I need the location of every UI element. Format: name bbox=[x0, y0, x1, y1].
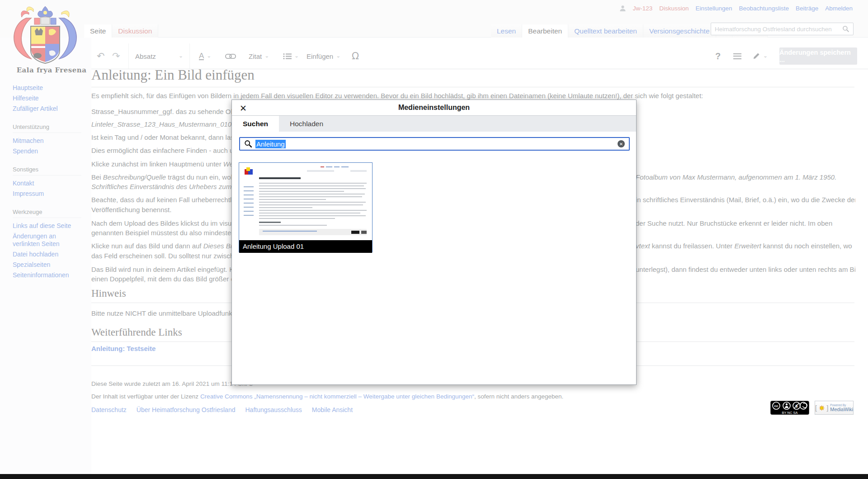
sidebar-item-mitmachen[interactable]: Mitmachen bbox=[13, 137, 81, 145]
tab-versionsgeschichte[interactable]: Versionsgeschichte bbox=[643, 24, 716, 38]
search-result-thumbnail[interactable]: Anleitung Upload 01 bbox=[239, 162, 373, 252]
personal-bar: Jw-123DiskussionEinstellungenBeobachtung… bbox=[619, 5, 853, 12]
footer-link-datenschutz[interactable]: Datenschutz bbox=[91, 406, 127, 413]
thumb-detail bbox=[244, 207, 254, 208]
body-text-fragment: das Feld erscheinen soll. Du solltest nu… bbox=[91, 252, 241, 260]
tab-label: Quelltext bearbeiten bbox=[574, 27, 637, 35]
body-text-fragment: Veröffentlichung benennst. bbox=[91, 206, 171, 213]
license-link[interactable]: Creative Commons „Namensnennung – nicht … bbox=[200, 393, 474, 400]
wiki-logo[interactable]: Eala frya Fresena bbox=[6, 5, 84, 71]
tab-lesen[interactable]: Lesen bbox=[491, 24, 522, 38]
pencil-icon bbox=[752, 52, 760, 60]
site-search-placeholder: Heimatforschung Ostfriesland durchsuchen bbox=[715, 26, 842, 33]
search-icon[interactable] bbox=[842, 25, 849, 33]
bottom-black-bar bbox=[0, 474, 868, 479]
cite-dropdown[interactable]: Zitat⌄ bbox=[249, 43, 269, 69]
personal-link[interactable]: Beobachtungsliste bbox=[739, 5, 789, 12]
body-text-fragment: Linteler_Strasse_123_Haus_Mustermann_010… bbox=[91, 120, 243, 128]
thumb-detail bbox=[259, 222, 281, 223]
chevron-down-icon: ⌄ bbox=[336, 53, 340, 58]
tab-quelltext-bearbeiten[interactable]: Quelltext bearbeiten bbox=[568, 24, 643, 38]
save-changes-button[interactable]: Änderungen speichern ... bbox=[779, 47, 857, 65]
sidebar-item-spezialseiten[interactable]: Spezialseiten bbox=[13, 261, 81, 269]
thumb-detail bbox=[244, 199, 254, 199]
redo-button[interactable]: ↷ bbox=[112, 43, 120, 69]
bracket-left: [ bbox=[815, 404, 817, 412]
personal-username-link[interactable]: Jw-123 bbox=[633, 5, 653, 12]
thumb-detail bbox=[361, 231, 367, 234]
media-search-input[interactable]: Anleitung ✕ bbox=[239, 137, 630, 151]
insert-dropdown[interactable]: Einfügen⌄ bbox=[307, 43, 340, 69]
close-icon[interactable]: ✕ bbox=[237, 102, 249, 114]
namespace-tabs: SeiteDiskussion bbox=[84, 24, 158, 38]
link-button[interactable] bbox=[225, 43, 236, 69]
body-text-fragment: Strasse_Hausnummer_ggf. das zu sehende O… bbox=[91, 108, 240, 115]
dialog-tab-hochladen[interactable]: Hochladen bbox=[279, 116, 334, 132]
thumb-detail bbox=[259, 188, 366, 189]
tab-label: Bearbeiten bbox=[528, 27, 562, 35]
thumb-detail bbox=[259, 199, 326, 200]
dialog-tab-suchen[interactable]: Suchen bbox=[232, 116, 279, 132]
footer-link--ber-heimatforschung-ostfriesland[interactable]: Über Heimatforschung Ostfriesland bbox=[137, 406, 236, 413]
cc-by-nc-sa-badge[interactable]: cc $ BY NC SA bbox=[770, 401, 809, 415]
thumb-detail bbox=[259, 207, 312, 208]
thumb-detail bbox=[259, 194, 365, 194]
special-character-button[interactable]: Ω bbox=[352, 43, 359, 69]
thumb-detail bbox=[259, 218, 335, 219]
thumb-detail bbox=[307, 170, 334, 172]
bracket-right: ] bbox=[826, 404, 828, 412]
personal-link[interactable]: Einstellungen bbox=[696, 5, 732, 12]
thumb-detail bbox=[259, 202, 366, 203]
sidebar-item-spenden[interactable]: Spenden bbox=[13, 147, 81, 155]
thumb-detail bbox=[341, 166, 349, 167]
body-text-fragment: Bei Beschreibung/Quelle trägst du nun ei… bbox=[91, 173, 241, 181]
sidebar-item-hilfeseite[interactable]: Hilfeseite bbox=[13, 95, 81, 102]
page-options-menu-button[interactable] bbox=[733, 43, 741, 69]
body-text-fragment: Das Bild wird nun in deinem Artikel eing… bbox=[91, 266, 240, 273]
sidebar-item-datei-hochladen[interactable]: Datei hochladen bbox=[13, 251, 81, 258]
tab-bearbeiten[interactable]: Bearbeiten bbox=[522, 24, 568, 38]
tab-diskussion[interactable]: Diskussion bbox=[112, 24, 158, 38]
sidebar-item-hauptseite[interactable]: Hauptseite bbox=[13, 84, 81, 92]
clear-search-icon[interactable]: ✕ bbox=[618, 140, 625, 147]
thumb-detail bbox=[259, 210, 367, 211]
search-icon bbox=[244, 140, 252, 148]
chevron-down-icon: ⌄ bbox=[179, 53, 183, 58]
mw-badge-line2: MediaWiki bbox=[830, 407, 853, 412]
footer-link-haftungsausschluss[interactable]: Haftungsausschluss bbox=[245, 406, 302, 413]
personal-link[interactable]: Diskussion bbox=[659, 5, 689, 12]
license-prefix: Der Inhalt ist verfügbar unter der Lizen… bbox=[91, 393, 200, 400]
footer-link-mobile-ansicht[interactable]: Mobile Ansicht bbox=[312, 406, 353, 413]
sidebar-item-impressum[interactable]: Impressum bbox=[13, 190, 81, 198]
sidebar-item-kontakt[interactable]: Kontakt bbox=[13, 180, 81, 187]
further-link-anleitung-testseite[interactable]: Anleitung: Testseite bbox=[91, 345, 156, 352]
body-text-fragment: Klicke nun auf das Bild und dann auf Die… bbox=[91, 242, 237, 250]
body-text-fragment: genannten Beispiel müsstest du also mind… bbox=[91, 229, 238, 237]
powered-by-mediawiki-badge[interactable]: [ ] Powered By MediaWiki bbox=[815, 401, 854, 415]
paragraph-format-dropdown[interactable]: Absatz⌄ bbox=[128, 43, 190, 69]
dialog-title: Medieneinstellungen bbox=[398, 104, 470, 112]
thumb-detail bbox=[259, 196, 362, 197]
thumb-detail bbox=[351, 231, 359, 234]
personal-link[interactable]: Beiträge bbox=[796, 5, 818, 12]
coat-of-arms-icon bbox=[6, 5, 84, 65]
editor-switch-dropdown[interactable]: ⌄ bbox=[752, 43, 768, 69]
personal-link[interactable]: Abmelden bbox=[825, 5, 853, 12]
body-text-fragment: Schriftliches Einverständnis des Urheber… bbox=[91, 183, 242, 190]
tab-seite[interactable]: Seite bbox=[84, 24, 112, 38]
help-button[interactable]: ? bbox=[715, 43, 721, 69]
body-text-fragment: Nach dem Upload des Bildes klickst du im… bbox=[91, 219, 242, 227]
chevron-down-icon: ⌄ bbox=[763, 53, 768, 58]
text-style-dropdown[interactable]: A⌄ bbox=[199, 43, 211, 69]
site-search-input[interactable]: Heimatforschung Ostfriesland durchsuchen bbox=[711, 23, 854, 35]
sidebar-section-header: Werkzeuge bbox=[13, 209, 81, 218]
dialog-header: ✕ Medieneinstellungen bbox=[232, 100, 636, 116]
sidebar-item--nderungen-an-verlinkten-seiten[interactable]: Änderungen an verlinkten Seiten bbox=[13, 232, 81, 248]
list-structure-dropdown[interactable]: ⌄ bbox=[283, 43, 299, 69]
sidebar-item-zuf-lliger-artikel[interactable]: Zufälliger Artikel bbox=[13, 105, 81, 113]
link-icon bbox=[225, 53, 236, 59]
sidebar-nav: HauptseiteHilfeseiteZufälliger ArtikelUn… bbox=[13, 84, 81, 282]
undo-button[interactable]: ↶ bbox=[97, 43, 105, 69]
sidebar-item-links-auf-diese-seite[interactable]: Links auf diese Seite bbox=[13, 222, 81, 230]
sidebar-item-seiteninformationen[interactable]: Seiteninformationen bbox=[13, 271, 81, 279]
